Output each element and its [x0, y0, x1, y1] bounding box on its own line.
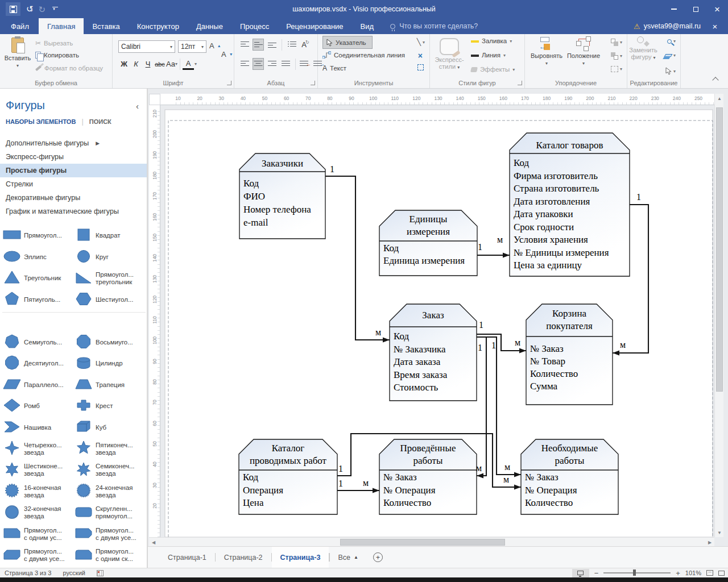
strikethrough-button[interactable]: abc [154, 58, 166, 70]
find-button[interactable]: ▾ [667, 39, 676, 44]
stencil-category-5[interactable]: Декоративные фигуры [0, 191, 147, 205]
entity-edinitsy-izmereniya[interactable]: ЕдиницыизмеренияКодЕдиница измерения [379, 210, 477, 276]
bring-forward-button[interactable]: ▾ [611, 39, 622, 46]
change-shape-button[interactable]: Заменить фигуру ▾ [628, 36, 658, 60]
stencil-category-2[interactable]: Экспресс-фигуры [0, 150, 147, 164]
entity-provedennye-raboty[interactable]: Проведённыеработы№ Заказ№ ОперацияКоличе… [379, 439, 477, 514]
stencil-category-1[interactable]: Дополнительные фигуры▶ [0, 136, 147, 150]
horizontal-scrollbar[interactable]: ◀ ▶ [149, 537, 714, 546]
stencil-category-3[interactable]: Простые фигуры [0, 164, 147, 177]
entity-katalog-provodimykh-rabot[interactable]: Каталогпроводимых работКодОперацияЦена [239, 439, 337, 514]
format-painter-button[interactable]: Формат по образцу [35, 65, 103, 72]
shape-item-star4[interactable]: Четырехко...звезда [2, 438, 74, 460]
send-backward-button[interactable]: ▾ [611, 52, 622, 60]
tab-4[interactable]: Данные [188, 18, 231, 34]
align-shapes-button[interactable]: ← Выровнять▾ [530, 36, 564, 66]
align-bottom-button[interactable] [266, 39, 278, 51]
decrease-indent-button[interactable]: ← [300, 58, 311, 70]
font-size-combo[interactable]: 12пт▾ [178, 40, 206, 53]
shape-item-star16[interactable]: 16-конечнаязвезда [2, 481, 74, 502]
shape-item-right-triangle[interactable]: Прямоугол...треугольник [74, 268, 146, 289]
tell-me-box[interactable]: Что вы хотите сделать? [390, 18, 478, 34]
shape-item-decagon[interactable]: Десятиугол... [2, 353, 74, 375]
tab-6[interactable]: Рецензирование [278, 18, 351, 34]
tab-1[interactable]: Главная [39, 18, 84, 34]
stencil-category-6[interactable]: График и математические фигуры [0, 205, 147, 218]
shape-item-octagon[interactable]: Восьмиуго... [74, 332, 146, 354]
italic-button[interactable]: К [130, 58, 142, 70]
zoom-out-button[interactable]: − [594, 569, 599, 577]
vertical-scroll-thumb[interactable] [716, 107, 723, 392]
page-tab-2[interactable]: Страница-2 [216, 547, 271, 568]
shape-item-heptagon[interactable]: Семиуголь... [2, 332, 74, 354]
line-style-button[interactable]: Линия▾ [471, 52, 506, 59]
shape-item-cube[interactable]: Куб [74, 417, 146, 439]
shape-item-star6[interactable]: Шестиконе...звезда [2, 460, 74, 481]
align-left-button[interactable] [239, 58, 250, 70]
shape-item-parallelogram[interactable]: Параллело... [2, 375, 74, 396]
page-tab-3[interactable]: Страница-3 [272, 547, 329, 568]
stencil-category-4[interactable]: Стрелки [0, 177, 147, 191]
language-indicator[interactable]: русский [63, 569, 85, 576]
layers-button[interactable]: ▾ [665, 53, 676, 58]
presentation-mode-button[interactable] [572, 569, 589, 577]
shape-item-snip-same-side-rect[interactable]: Прямоугол...с двумя усе... [74, 523, 146, 545]
shape-item-star5[interactable]: Пятиконеч...звезда [74, 438, 146, 460]
tab-7[interactable]: Вид [352, 18, 383, 34]
all-pages-dropdown[interactable]: Все▲ [330, 554, 366, 562]
switch-windows-button[interactable] [718, 571, 725, 576]
shape-item-square[interactable]: Квадрат [74, 225, 146, 247]
shape-item-snip-diag-rect[interactable]: Прямоугол...с двумя усе... [2, 545, 74, 567]
page-indicator[interactable]: Страница 3 из 3 [5, 569, 51, 576]
transform-tool-button[interactable] [417, 64, 424, 70]
group-shapes-button[interactable]: ▾ [611, 66, 622, 72]
tab-file[interactable]: Файл [1, 18, 39, 34]
scroll-left-icon[interactable]: ◀ [149, 538, 158, 547]
restore-button[interactable] [685, 0, 706, 18]
shape-item-cylinder[interactable]: Цилиндр [74, 353, 146, 375]
shape-item-triangle[interactable]: Треугольник [2, 268, 74, 289]
fill-button[interactable]: Заливка▾ [471, 38, 512, 44]
collapse-panel-icon[interactable]: ‹ [136, 101, 139, 111]
shape-item-diamond[interactable]: Ромб [2, 396, 74, 417]
entity-katalog-tovarov[interactable]: Каталог товаровКодФирма изготовительСтра… [510, 133, 630, 276]
cut-button[interactable]: ✂Вырезать [35, 39, 73, 47]
shape-item-star32[interactable]: 32-конечнаязвезда [2, 502, 74, 524]
tab-2[interactable]: Вставка [84, 18, 128, 34]
connector-tool-button[interactable]: Соединительная линия [322, 51, 405, 59]
bullets-button[interactable] [286, 39, 297, 51]
shape-item-snip-corner-rect[interactable]: Прямоугол...с одним ус... [2, 523, 74, 545]
add-page-button[interactable]: + [373, 552, 383, 562]
pointer-tool-button[interactable]: Указатель [322, 36, 373, 49]
entity-zakazchiki[interactable]: ЗаказчикиКодФИОНомер телефонаe-mail [239, 153, 325, 239]
shape-styles-dialog-launcher[interactable] [518, 81, 522, 85]
zoom-slider[interactable] [603, 572, 671, 573]
macro-status-icon[interactable] [97, 570, 104, 576]
zoom-level[interactable]: 101% [685, 569, 701, 576]
paragraph-dialog-launcher[interactable] [311, 81, 315, 85]
paste-button[interactable]: Вставить▾ [3, 36, 32, 68]
align-right-button[interactable] [266, 58, 278, 70]
font-dialog-launcher[interactable] [227, 81, 231, 85]
minimize-button[interactable] [663, 0, 685, 18]
effects-button[interactable]: Эффекты▾ [471, 66, 515, 73]
underline-button[interactable]: Ч [142, 58, 154, 70]
entity-korzina-pokupatelya[interactable]: Корзинапокупателя№ Заказ№ ТоварКоличеств… [526, 304, 613, 405]
shape-item-trapezoid[interactable]: Трапеция [74, 375, 146, 396]
collapse-ribbon-button[interactable] [712, 77, 718, 83]
shape-item-star24[interactable]: 24-конечнаязвезда [74, 481, 146, 502]
select-button[interactable]: ▾ [665, 67, 676, 75]
close-button[interactable]: × [706, 0, 728, 18]
change-case-button[interactable]: Aa▾ [166, 58, 177, 70]
page-tab-1[interactable]: Страница-1 [159, 547, 215, 568]
tab-search[interactable]: ПОИСК [89, 118, 111, 125]
text-tool-button[interactable]: А Текст [322, 64, 346, 72]
align-center-button[interactable] [253, 58, 264, 70]
drawing-canvas[interactable]: ЗаказчикиКодФИОНомер телефонаe-mailКатал… [160, 105, 714, 537]
shape-item-chevron[interactable]: Нашивка [2, 417, 74, 439]
font-family-combo[interactable]: Calibri▾ [118, 40, 175, 53]
shape-item-snip-round-rect[interactable]: Прямоугол...с одним ск... [74, 545, 146, 567]
scroll-right-icon[interactable]: ▶ [705, 538, 714, 547]
line-tool-button[interactable]: ╲▾ [417, 38, 425, 46]
horizontal-scroll-thumb[interactable] [340, 539, 505, 546]
